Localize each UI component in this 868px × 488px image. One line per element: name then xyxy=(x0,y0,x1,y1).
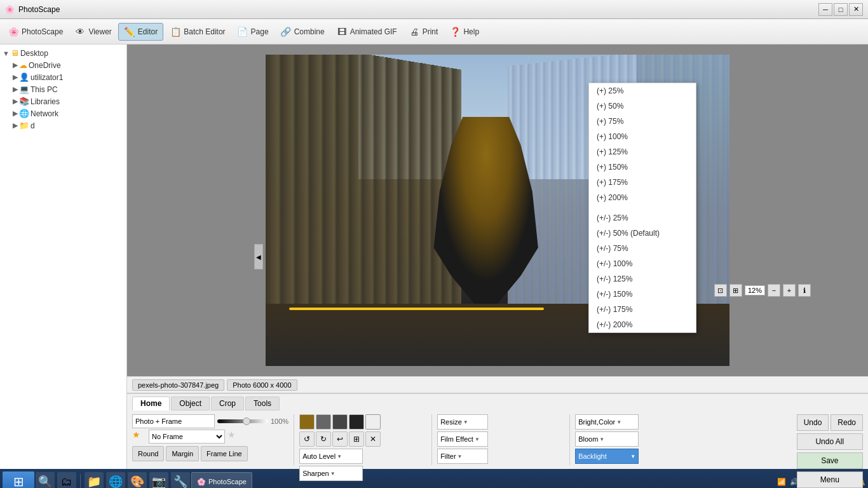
info-button[interactable]: ℹ xyxy=(798,284,811,297)
expand-icon2: ▶ xyxy=(13,73,18,81)
sidebar-item-d[interactable]: ▶ 📁 d xyxy=(10,119,126,132)
menu-combine[interactable]: 🔗 Combine xyxy=(275,24,330,40)
actual-size-button[interactable]: ⊡ xyxy=(714,284,727,297)
popup-item-pm125[interactable]: (+/-) 125% xyxy=(589,271,696,287)
popup-item-plus75[interactable]: (+) 75% xyxy=(589,114,696,129)
sidebar-item-network[interactable]: ▶ 🌐 Network xyxy=(10,107,126,119)
auto-level-dropdown[interactable]: Auto Level ▼ xyxy=(299,449,363,464)
popup-item-pm50[interactable]: (+/-) 50% (Default) xyxy=(589,226,696,241)
film-effect-arrow: ▼ xyxy=(475,437,480,442)
swatch-white[interactable] xyxy=(365,414,381,430)
start-button[interactable]: ⊞ xyxy=(3,471,34,488)
backlight-dropdown[interactable]: Backlight ▼ xyxy=(575,449,639,464)
menu-photoscape[interactable]: 🌸 PhotoScape xyxy=(3,24,68,40)
round-button[interactable]: Round xyxy=(132,446,164,461)
swatch-black[interactable] xyxy=(349,414,364,430)
app-title: PhotoScape xyxy=(18,5,60,14)
popup-item-pm100[interactable]: (+/-) 100% xyxy=(589,256,696,271)
close-button[interactable]: ✕ xyxy=(849,3,863,16)
toolbar-tabs: Home Object Crop Tools xyxy=(130,396,865,410)
sidebar-item-user[interactable]: ▶ 👤 utilizator1 xyxy=(10,71,126,83)
menu-help[interactable]: ❓ Help xyxy=(444,24,484,40)
popup-item-plus200[interactable]: (+) 200% xyxy=(589,190,696,205)
tool-cross[interactable]: ✕ xyxy=(365,431,381,447)
user-icon: 👤 xyxy=(19,72,29,82)
menu-print[interactable]: 🖨 Print xyxy=(403,24,444,40)
menu-editor[interactable]: ✏️ Editor xyxy=(118,23,163,41)
popup-item-pm175[interactable]: (+/-) 175% xyxy=(589,302,696,317)
page-icon: 📄 xyxy=(237,26,248,37)
divider-3 xyxy=(569,414,570,465)
swatch-brown[interactable] xyxy=(299,414,315,430)
image-status-bar: pexels-photo-307847.jpeg Photo 6000 x 40… xyxy=(127,376,868,393)
tab-crop[interactable]: Crop xyxy=(211,396,244,410)
sidebar-item-desktop[interactable]: ▼ 🖥 Desktop xyxy=(0,47,126,59)
undo-button[interactable]: Undo xyxy=(797,414,829,431)
popup-item-plus125[interactable]: (+) 125% xyxy=(589,144,696,159)
dimensions-label: Photo 6000 x 4000 xyxy=(227,379,297,391)
zoom-in-button[interactable]: + xyxy=(783,284,796,297)
popup-item-pm150[interactable]: (+/-) 150% xyxy=(589,287,696,302)
auto-level-arrow: ▼ xyxy=(337,454,342,459)
tab-object[interactable]: Object xyxy=(171,396,210,410)
brightness-slider-thumb[interactable] xyxy=(243,417,250,425)
photo-frame-button[interactable]: Photo + Frame xyxy=(132,414,215,428)
filter-dropdown[interactable]: Filter ▼ xyxy=(437,449,488,464)
popup-item-plus175[interactable]: (+) 175% xyxy=(589,175,696,190)
menu-button[interactable]: Menu xyxy=(797,471,863,488)
gif-icon: 🎞 xyxy=(336,26,348,37)
taskbar-task-view[interactable]: 🗂 xyxy=(57,472,76,488)
redo-button[interactable]: Redo xyxy=(831,414,863,431)
favorite-star[interactable]: ★ xyxy=(132,430,146,444)
sharpen-dropdown[interactable]: Sharpen ▼ xyxy=(299,466,363,481)
taskbar-search[interactable]: 🔍 xyxy=(36,472,55,488)
sidebar-collapse-arrow[interactable]: ◀ xyxy=(254,244,263,269)
file-tree-sidebar: ▼ 🖥 Desktop ▶ ☁ OneDrive ▶ 👤 utilizator1… xyxy=(0,44,127,469)
expand-icon: ▶ xyxy=(13,61,18,69)
taskbar-file-explorer[interactable]: 📁 xyxy=(85,472,104,488)
frame-line-button[interactable]: Frame Line xyxy=(201,446,248,461)
sidebar-item-pc[interactable]: ▶ 💻 This PC xyxy=(10,83,126,95)
right-action-buttons: Undo Redo Undo All Save Menu xyxy=(797,414,863,488)
fit-window-button[interactable]: ⊞ xyxy=(729,284,742,297)
tool-rotate-left[interactable]: ↺ xyxy=(299,431,315,447)
tab-home[interactable]: Home xyxy=(132,396,170,410)
swatch-dark[interactable] xyxy=(316,414,331,430)
brightness-slider-track[interactable] xyxy=(217,419,268,423)
tool-grid[interactable]: ⊞ xyxy=(349,431,364,447)
maximize-button[interactable]: □ xyxy=(834,3,848,16)
toolbar-right-panel: Bright,Color ▼ Bloom ▼ Backlight ▼ xyxy=(575,414,651,464)
zoom-out-button[interactable]: − xyxy=(768,284,780,297)
menu-page[interactable]: 📄 Page xyxy=(232,24,274,40)
bloom-dropdown[interactable]: Bloom ▼ xyxy=(575,431,639,447)
tool-undo[interactable]: ↩ xyxy=(332,431,348,447)
frame-selector[interactable]: No Frame xyxy=(149,430,225,444)
minimize-button[interactable]: ─ xyxy=(818,3,832,16)
filter-row: Filter ▼ xyxy=(437,449,564,464)
popup-item-plus25[interactable]: (+) 25% xyxy=(589,83,696,98)
margin-button[interactable]: Margin xyxy=(166,446,199,461)
menu-viewer[interactable]: 👁 Viewer xyxy=(69,24,116,40)
menu-gif[interactable]: 🎞 Animated GIF xyxy=(331,24,402,40)
save-button[interactable]: Save xyxy=(797,452,863,469)
popup-item-plus50[interactable]: (+) 50% xyxy=(589,98,696,114)
sidebar-item-libraries[interactable]: ▶ 📚 Libraries xyxy=(10,95,126,107)
expand-icon3: ▶ xyxy=(13,85,18,93)
undo-all-button[interactable]: Undo All xyxy=(797,433,863,450)
combine-icon: 🔗 xyxy=(280,26,292,37)
resize-dropdown[interactable]: Resize ▼ xyxy=(437,414,488,430)
tab-tools[interactable]: Tools xyxy=(245,396,280,410)
popup-item-pm25[interactable]: (+/-) 25% xyxy=(589,210,696,226)
popup-item-pm75[interactable]: (+/-) 75% xyxy=(589,241,696,256)
popup-item-pm200[interactable]: (+/-) 200% xyxy=(589,317,696,332)
film-effect-dropdown[interactable]: Film Effect ▼ xyxy=(437,431,488,447)
swatch-darker[interactable] xyxy=(332,414,348,430)
menu-batch[interactable]: 📋 Batch Editor xyxy=(165,24,230,40)
tool-rotate-right[interactable]: ↻ xyxy=(316,431,331,447)
popup-item-plus100[interactable]: (+) 100% xyxy=(589,129,696,144)
taskbar-browser[interactable]: 🌐 xyxy=(106,472,125,488)
sidebar-item-onedrive[interactable]: ▶ ☁ OneDrive xyxy=(10,59,126,71)
bright-color-dropdown[interactable]: Bright,Color ▼ xyxy=(575,414,639,430)
popup-item-plus150[interactable]: (+) 150% xyxy=(589,159,696,175)
add-star[interactable]: ★ xyxy=(227,430,241,444)
